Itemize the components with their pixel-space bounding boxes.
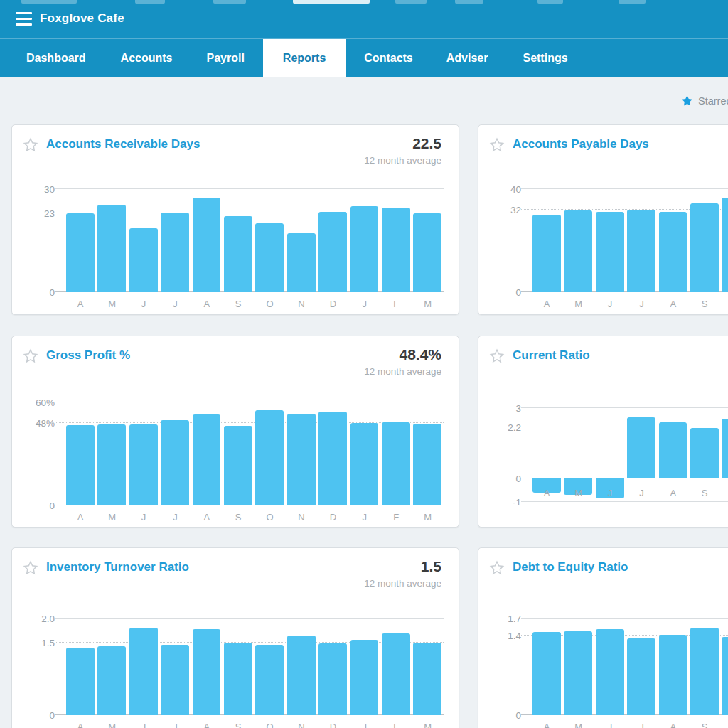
starred-filter[interactable]: Starred: [681, 95, 728, 107]
month-label: A: [658, 488, 689, 498]
menu-icon[interactable]: [16, 12, 32, 26]
axis-tick-label: 23: [23, 208, 55, 219]
bar: [564, 631, 592, 715]
card-title[interactable]: Gross Profit %: [46, 348, 130, 363]
card-inventory-turnover-ratio[interactable]: Inventory Turnover Ratio 1.5 12 month av…: [11, 547, 459, 728]
bar: [627, 210, 655, 292]
cutoff-text-fragment: [537, 0, 563, 4]
month-label: J: [159, 512, 191, 523]
bar: [627, 638, 655, 715]
month-label: J: [594, 488, 626, 498]
metric-subtitle: 12 month average: [364, 366, 441, 377]
cutoff-text-fragment: [21, 0, 77, 4]
metric-value: 1.5: [421, 558, 441, 575]
bar: [350, 206, 379, 292]
star-outline-icon[interactable]: [489, 348, 505, 364]
axis-tick-label: 0: [23, 500, 55, 511]
card-title[interactable]: Accounts Receivable Days: [46, 137, 200, 151]
gridline: [521, 188, 728, 189]
cutoff-text-fragment: [135, 0, 165, 4]
bar: [413, 424, 441, 505]
star-filled-icon: [681, 95, 693, 107]
month-label: J: [349, 299, 380, 309]
card-title[interactable]: Accounts Payable Days: [513, 137, 649, 151]
month-label: M: [96, 299, 127, 309]
star-outline-icon[interactable]: [489, 137, 505, 153]
card-current-ratio[interactable]: Current Ratio 32.20-1AMJJASO: [478, 336, 728, 528]
month-label: M: [412, 512, 443, 523]
bar: [193, 414, 221, 505]
card-title[interactable]: Current Ratio: [513, 348, 590, 363]
axis-tick-label: -1: [490, 497, 521, 508]
tab-adviser[interactable]: Adviser: [446, 52, 488, 65]
month-label: S: [223, 722, 254, 728]
bar: [129, 628, 158, 715]
bar-chart: 2.01.50AMJJASONDJFM: [65, 609, 444, 715]
card-accounts-receivable-days[interactable]: Accounts Receivable Days 22.5 12 month a…: [11, 124, 459, 315]
axis-tick-label: 32: [490, 205, 521, 215]
axis-tick-label: 48%: [23, 418, 55, 429]
month-label: A: [65, 299, 96, 309]
star-outline-icon[interactable]: [489, 560, 505, 576]
bar: [255, 410, 284, 505]
starred-row: Starred: [0, 95, 728, 112]
gridline: [55, 402, 444, 402]
card-debt-to-equity-ratio[interactable]: Debt to Equity Ratio 1.71.40AMJJASO: [478, 547, 728, 728]
tab-reports[interactable]: Reports: [263, 39, 346, 77]
month-label: A: [531, 722, 562, 728]
org-name[interactable]: Foxglove Cafe: [40, 11, 124, 26]
month-label: J: [626, 722, 657, 728]
bar: [97, 205, 126, 292]
metric-value: 48.4%: [399, 346, 441, 363]
month-label: J: [128, 512, 159, 523]
tab-accounts[interactable]: Accounts: [121, 52, 173, 65]
bar-chart: 60%48%0AMJJASONDJFM: [65, 392, 444, 505]
metric-value: 22.5: [412, 135, 441, 152]
month-label: N: [286, 512, 317, 523]
bar: [722, 637, 728, 715]
card-gross-profit[interactable]: Gross Profit % 48.4% 12 month average 60…: [11, 336, 459, 528]
tab-contacts[interactable]: Contacts: [364, 52, 412, 65]
month-label: O: [720, 488, 728, 498]
axis-tick-label: 0: [23, 287, 55, 298]
tab-dashboard[interactable]: Dashboard: [26, 52, 86, 65]
month-label: A: [65, 512, 96, 523]
tab-payroll[interactable]: Payroll: [206, 52, 244, 65]
bar: [690, 628, 719, 715]
month-label: M: [96, 722, 127, 728]
month-label: D: [317, 722, 348, 728]
month-label: O: [254, 512, 285, 523]
axis-tick-label: 40: [490, 184, 521, 195]
axis-tick-label: 2.0: [23, 614, 55, 624]
bar: [722, 198, 728, 292]
bar: [382, 208, 410, 292]
month-label: S: [689, 299, 720, 309]
cutoff-text-fragment: [455, 0, 483, 4]
tab-settings[interactable]: Settings: [523, 52, 567, 65]
month-label: A: [191, 299, 223, 309]
bar: [318, 412, 347, 505]
star-outline-icon[interactable]: [23, 137, 38, 153]
cutoff-text-fragment: [293, 0, 370, 4]
bar: [596, 212, 624, 292]
bar: [690, 428, 719, 478]
month-label: M: [412, 299, 443, 309]
bar: [382, 422, 410, 505]
star-outline-icon[interactable]: [23, 348, 38, 364]
axis-tick-label: 3: [490, 403, 521, 414]
card-title[interactable]: Inventory Turnover Ratio: [46, 560, 189, 574]
star-outline-icon[interactable]: [23, 560, 38, 576]
card-title[interactable]: Debt to Equity Ratio: [513, 560, 628, 574]
month-label: J: [626, 488, 657, 498]
month-label: J: [159, 299, 191, 309]
axis-tick-label: 1.7: [490, 614, 521, 624]
card-accounts-payable-days[interactable]: Accounts Payable Days 40320AMJJASO: [478, 124, 728, 315]
cutoff-text-fragment: [619, 0, 646, 4]
main-nav: Dashboard Accounts Payroll Reports Conta…: [0, 39, 728, 77]
bar: [255, 223, 284, 292]
gridline: [521, 501, 728, 502]
month-label: M: [562, 722, 594, 728]
month-label: F: [380, 512, 412, 523]
bar: [66, 648, 95, 715]
month-label: S: [223, 512, 254, 523]
